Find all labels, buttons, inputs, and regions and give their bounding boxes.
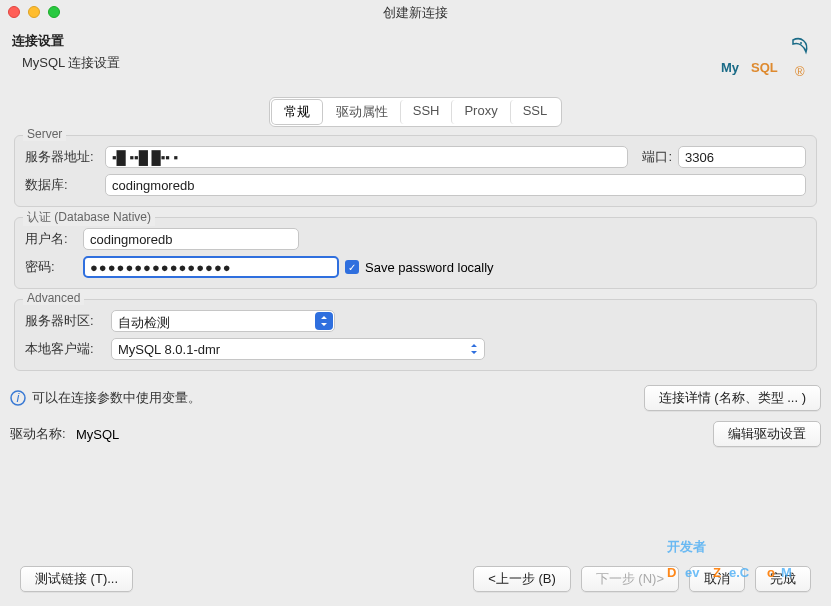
mysql-logo: My SQL ®	[721, 32, 813, 83]
svg-text:SQL: SQL	[751, 60, 778, 75]
svg-point-2	[800, 42, 802, 44]
finish-button[interactable]: 完成	[755, 566, 811, 592]
client-select[interactable]: MySQL 8.0.1-dmr	[111, 338, 485, 360]
tab-ssh[interactable]: SSH	[400, 100, 452, 124]
svg-text:i: i	[17, 390, 21, 405]
save-password-label: Save password locally	[365, 260, 494, 275]
tab-general[interactable]: 常规	[272, 100, 322, 124]
fieldset-advanced: Advanced 服务器时区: 自动检测 本地客户端: MySQL 8.0.1-…	[14, 299, 817, 371]
tab-driver-props[interactable]: 驱动属性	[324, 100, 400, 124]
page-subtitle: MySQL 连接设置	[22, 54, 120, 72]
port-input[interactable]: 3306	[678, 146, 806, 168]
tab-proxy[interactable]: Proxy	[451, 100, 509, 124]
page-title: 连接设置	[12, 32, 120, 50]
chevron-updown-icon	[465, 340, 483, 358]
next-button: 下一步 (N)>	[581, 566, 679, 592]
password-input[interactable]: ●●●●●●●●●●●●●●●●	[83, 256, 339, 278]
driver-name-value: MySQL	[76, 427, 707, 442]
zoom-window-button[interactable]	[48, 6, 60, 18]
timezone-select[interactable]: 自动检测	[111, 310, 335, 332]
info-text: 可以在连接参数中使用变量。	[32, 389, 201, 407]
chevron-updown-icon	[315, 312, 333, 330]
legend-auth: 认证 (Database Native)	[23, 209, 155, 226]
save-password-checkbox[interactable]: ✓	[345, 260, 359, 274]
connection-details-button[interactable]: 连接详情 (名称、类型 ... )	[644, 385, 821, 411]
close-window-button[interactable]	[8, 6, 20, 18]
edit-driver-button[interactable]: 编辑驱动设置	[713, 421, 821, 447]
titlebar: 创建新连接	[0, 0, 831, 26]
legend-server: Server	[23, 127, 66, 141]
back-button[interactable]: <上一步 (B)	[473, 566, 571, 592]
info-icon: i	[10, 390, 26, 406]
window-title: 创建新连接	[383, 4, 448, 22]
test-connection-button[interactable]: 测试链接 (T)...	[20, 566, 133, 592]
minimize-window-button[interactable]	[28, 6, 40, 18]
legend-advanced: Advanced	[23, 291, 84, 305]
database-input[interactable]: codingmoredb	[105, 174, 806, 196]
fieldset-auth: 认证 (Database Native) 用户名: codingmoredb 密…	[14, 217, 817, 289]
password-label: 密码:	[25, 258, 77, 276]
driver-name-label: 驱动名称:	[10, 425, 70, 443]
footer: 测试链接 (T)... <上一步 (B) 下一步 (N)> 取消 完成	[0, 566, 831, 592]
username-label: 用户名:	[25, 230, 77, 248]
port-label: 端口:	[642, 148, 672, 166]
svg-text:开发者: 开发者	[667, 539, 706, 554]
tab-ssl[interactable]: SSL	[510, 100, 560, 124]
cancel-button[interactable]: 取消	[689, 566, 745, 592]
svg-text:My: My	[721, 60, 740, 75]
fieldset-server: Server 服务器地址: ▪█ ▪▪█ █▪▪ ▪ 端口: 3306 数据库:…	[14, 135, 817, 207]
host-input[interactable]: ▪█ ▪▪█ █▪▪ ▪	[105, 146, 628, 168]
svg-text:®: ®	[795, 64, 805, 79]
timezone-label: 服务器时区:	[25, 312, 105, 330]
tabs: 常规 驱动属性 SSH Proxy SSL	[269, 97, 563, 127]
header: 连接设置 MySQL 连接设置 My SQL ®	[0, 26, 831, 93]
host-label: 服务器地址:	[25, 148, 99, 166]
client-label: 本地客户端:	[25, 340, 105, 358]
username-input[interactable]: codingmoredb	[83, 228, 299, 250]
database-label: 数据库:	[25, 176, 99, 194]
